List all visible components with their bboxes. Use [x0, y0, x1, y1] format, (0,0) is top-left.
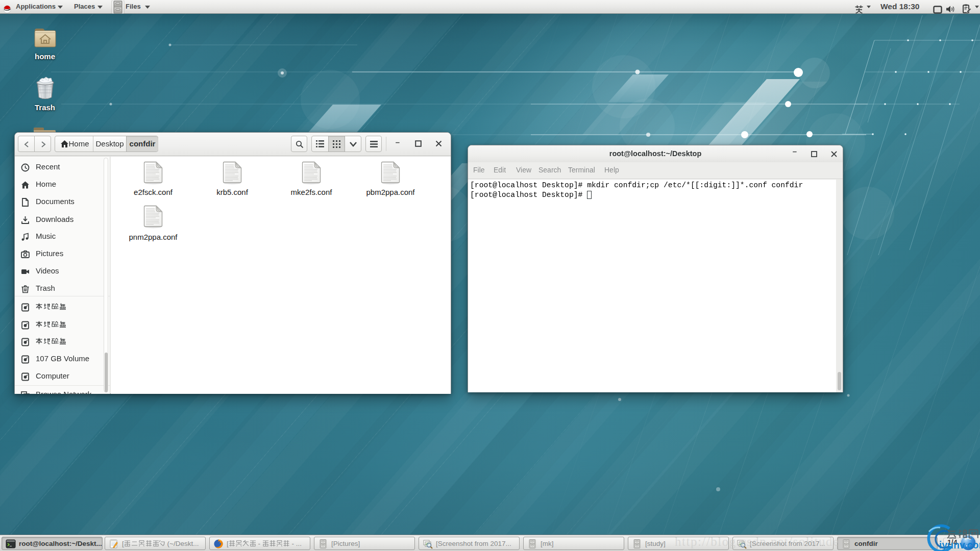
svg-text:iyunv.com: iyunv.com: [939, 539, 980, 550]
